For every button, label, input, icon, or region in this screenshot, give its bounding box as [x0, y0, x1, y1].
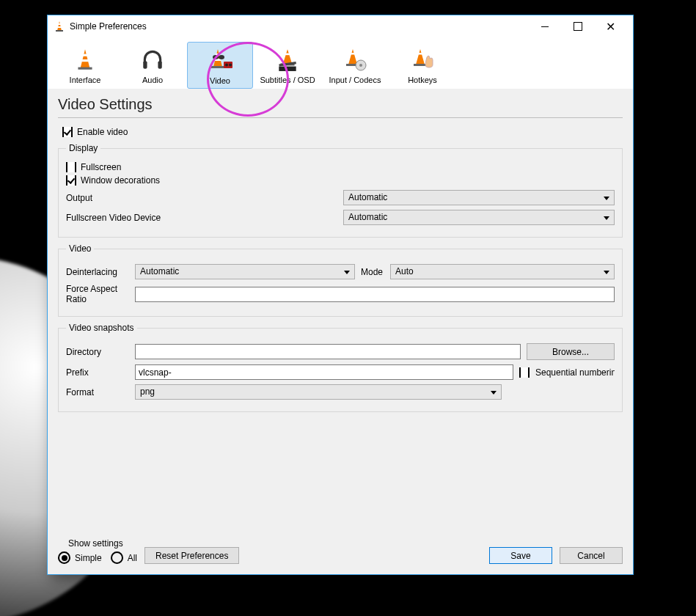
tab-label: Subtitles / OSD — [260, 76, 315, 84]
window-decorations-label: Window decorations — [81, 175, 160, 186]
mode-label: Mode — [361, 267, 384, 277]
sequential-numbering-label: Sequential numbering — [535, 367, 615, 378]
svg-marker-19 — [283, 49, 293, 64]
tab-input-codecs[interactable]: Input / Codecs — [322, 42, 388, 89]
window-title: Simple Preferences — [70, 21, 528, 32]
force-aspect-ratio-input[interactable] — [135, 287, 615, 302]
svg-point-15 — [219, 55, 224, 59]
save-button[interactable]: Save — [489, 547, 552, 564]
tab-audio[interactable]: Audio — [120, 42, 186, 89]
tab-label: Hotkeys — [408, 76, 437, 84]
titlebar[interactable]: Simple Preferences ✕ — [48, 15, 633, 37]
category-tabs: Interface Audio Video Subtitles / OSD In… — [48, 37, 633, 89]
prefix-label: Prefix — [66, 367, 129, 378]
force-aspect-ratio-label: Force Aspect Ratio — [66, 284, 129, 304]
svg-rect-20 — [285, 54, 290, 56]
deinterlacing-label: Deinterlacing — [66, 267, 129, 277]
format-combo[interactable]: png — [135, 384, 502, 400]
svg-point-18 — [229, 64, 232, 67]
footer: Show settings Simple All Reset Preferenc… — [48, 534, 633, 574]
page-title: Video Settings — [48, 89, 633, 117]
svg-rect-13 — [211, 66, 224, 68]
minimize-button[interactable] — [528, 15, 561, 37]
svg-point-17 — [225, 64, 228, 67]
tab-interface[interactable]: Interface — [52, 42, 118, 89]
all-label: All — [128, 553, 137, 563]
mode-combo[interactable]: Auto — [390, 264, 615, 279]
headphones-icon — [138, 46, 167, 73]
cone-hand-icon — [408, 46, 437, 73]
display-group: Display Fullscreen Window decorations Ou… — [58, 143, 623, 238]
video-group: Video Deinterlacing Automatic Mode Auto … — [58, 243, 623, 317]
enable-video-label: Enable video — [77, 127, 128, 137]
window-decorations-checkbox[interactable] — [66, 175, 76, 186]
svg-rect-25 — [351, 53, 355, 55]
svg-marker-29 — [416, 49, 425, 65]
fullscreen-device-label: Fullscreen Video Device — [66, 213, 337, 223]
simple-radio[interactable] — [58, 551, 70, 564]
svg-rect-8 — [143, 61, 147, 69]
cancel-button[interactable]: Cancel — [560, 547, 623, 564]
svg-rect-3 — [56, 30, 63, 32]
svg-rect-5 — [83, 54, 87, 56]
settings-content: Enable video Display Fullscreen Window d… — [48, 124, 633, 534]
fullscreen-checkbox[interactable] — [66, 162, 76, 172]
svg-rect-9 — [158, 61, 161, 69]
prefix-input[interactable] — [135, 364, 513, 380]
tab-subtitles[interactable]: Subtitles / OSD — [254, 42, 320, 89]
output-combo[interactable]: Automatic — [343, 190, 615, 205]
close-button[interactable]: ✕ — [594, 15, 627, 37]
fullscreen-label: Fullscreen — [81, 162, 121, 172]
sequential-numbering-checkbox[interactable] — [519, 367, 530, 378]
browse-button[interactable]: Browse... — [527, 343, 615, 360]
tab-label: Audio — [142, 76, 163, 84]
svg-rect-6 — [82, 59, 89, 62]
show-settings-label: Show settings — [68, 538, 137, 549]
fullscreen-device-combo[interactable]: Automatic — [343, 210, 615, 225]
cone-disc-icon — [340, 46, 370, 73]
svg-point-28 — [359, 64, 362, 67]
preferences-window: Simple Preferences ✕ Interface Audio Vid… — [47, 15, 634, 575]
directory-label: Directory — [66, 347, 129, 357]
svg-rect-1 — [59, 23, 61, 25]
svg-rect-7 — [78, 67, 92, 70]
directory-input[interactable] — [135, 344, 521, 359]
deinterlacing-combo[interactable]: Automatic — [135, 264, 355, 279]
svg-rect-22 — [279, 67, 296, 71]
svg-point-14 — [213, 55, 219, 59]
divider — [58, 117, 623, 118]
enable-video-checkbox[interactable] — [62, 127, 73, 137]
cone-icon — [70, 46, 100, 73]
snapshots-legend: Video snapshots — [66, 323, 137, 333]
output-label: Output — [66, 193, 337, 203]
cone-clapper-icon — [273, 46, 302, 73]
tab-hotkeys[interactable]: Hotkeys — [389, 42, 455, 89]
cone-glasses-icon — [205, 47, 235, 73]
tab-label: Interface — [70, 76, 101, 84]
display-legend: Display — [66, 143, 100, 153]
tab-label: Video — [210, 76, 230, 85]
svg-rect-30 — [418, 53, 422, 55]
all-radio[interactable] — [111, 551, 123, 564]
vlc-app-icon — [54, 21, 65, 32]
format-label: Format — [66, 387, 129, 397]
simple-label: Simple — [75, 553, 102, 563]
snapshots-group: Video snapshots Directory Browse... Pref… — [58, 323, 623, 412]
tab-video[interactable]: Video — [187, 42, 253, 89]
svg-rect-2 — [58, 26, 61, 28]
reset-preferences-button[interactable]: Reset Preferences — [144, 547, 239, 564]
svg-marker-0 — [57, 21, 62, 31]
video-legend: Video — [66, 243, 94, 254]
maximize-button[interactable] — [561, 15, 594, 37]
show-settings-group: Show settings Simple All — [58, 538, 137, 564]
tab-label: Input / Codecs — [329, 76, 381, 84]
svg-rect-31 — [414, 64, 427, 66]
svg-marker-4 — [81, 49, 90, 68]
svg-marker-24 — [348, 49, 357, 65]
